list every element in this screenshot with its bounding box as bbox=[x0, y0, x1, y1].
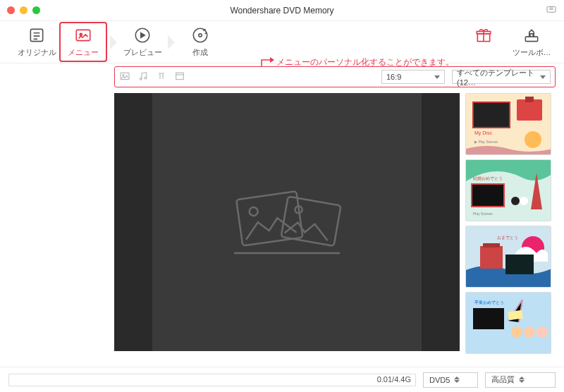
tab-preview[interactable]: プレビュー bbox=[123, 26, 162, 58]
gift-button[interactable] bbox=[464, 26, 503, 58]
menu-options-bar: 16:9 すべてのテンプレート(12… bbox=[114, 66, 556, 87]
aspect-ratio-value: 16:9 bbox=[386, 73, 401, 81]
window-title: Wondershare DVD Memory bbox=[230, 6, 333, 16]
svg-point-5 bbox=[193, 28, 207, 42]
chevron-icon bbox=[168, 35, 175, 49]
tab-menu-label: メニュー bbox=[68, 47, 99, 58]
tab-original-label: オリジナル bbox=[18, 47, 56, 58]
template-thumbnail[interactable]: My Disc▶ Play Scenes bbox=[465, 93, 551, 155]
svg-text:My Disc: My Disc bbox=[474, 130, 492, 136]
svg-point-11 bbox=[123, 75, 124, 76]
stepper-icon bbox=[454, 376, 461, 383]
svg-rect-17 bbox=[281, 197, 341, 246]
preview-wrap bbox=[8, 93, 460, 365]
svg-point-16 bbox=[249, 207, 259, 216]
template-filter-select[interactable]: すべてのテンプレート(12… bbox=[452, 70, 551, 84]
svg-rect-36 bbox=[505, 255, 534, 274]
music-icon[interactable] bbox=[137, 71, 149, 83]
template-list[interactable]: My Disc▶ Play Scenes 結婚おめでとうPlay Scenes … bbox=[465, 93, 556, 365]
svg-text:おまでとう: おまでとう bbox=[497, 235, 518, 240]
annotation-text: メニューのパーソナル化することができます。 bbox=[276, 56, 454, 68]
template-thumbnail[interactable]: 結婚おめでとうPlay Scenes bbox=[465, 159, 551, 221]
svg-text:▶ Play  Scenes: ▶ Play Scenes bbox=[474, 140, 498, 144]
svg-point-12 bbox=[140, 78, 142, 80]
maximize-window-button[interactable] bbox=[32, 6, 40, 14]
menu-preview-canvas[interactable] bbox=[152, 93, 422, 351]
svg-point-44 bbox=[524, 326, 535, 338]
svg-point-43 bbox=[511, 326, 522, 338]
chevron-icon bbox=[110, 35, 117, 49]
tab-preview-label: プレビュー bbox=[123, 47, 162, 58]
background-image-icon[interactable] bbox=[119, 71, 130, 83]
empty-images-icon bbox=[227, 180, 347, 264]
minimize-window-button[interactable] bbox=[20, 6, 27, 14]
svg-rect-38 bbox=[483, 243, 500, 247]
template-thumbnail[interactable]: 卒業おめでとう bbox=[465, 292, 551, 354]
svg-rect-9 bbox=[525, 37, 537, 41]
window-controls bbox=[7, 6, 40, 14]
svg-rect-2 bbox=[76, 30, 90, 40]
quality-value: 高品質 bbox=[491, 374, 515, 385]
svg-rect-21 bbox=[473, 102, 510, 128]
tab-original[interactable]: オリジナル bbox=[17, 26, 56, 58]
chevron-down-icon bbox=[540, 75, 546, 79]
svg-point-32 bbox=[520, 197, 528, 205]
svg-text:Play  Scenes: Play Scenes bbox=[473, 212, 493, 216]
aspect-ratio-select[interactable]: 16:9 bbox=[381, 70, 445, 84]
main-area: My Disc▶ Play Scenes 結婚おめでとうPlay Scenes … bbox=[0, 87, 564, 365]
template-thumbnail[interactable]: おまでとう bbox=[465, 226, 551, 288]
feedback-icon[interactable] bbox=[546, 4, 557, 17]
svg-rect-14 bbox=[176, 73, 184, 79]
svg-rect-23 bbox=[525, 97, 534, 102]
toolbox-label: ツールボ… bbox=[513, 47, 551, 58]
toolbox-button[interactable]: ツールボ… bbox=[512, 26, 551, 58]
quality-select[interactable]: 高品質 bbox=[485, 372, 556, 388]
svg-rect-41 bbox=[473, 308, 504, 329]
disc-usage-text: 0.01/4.4G bbox=[377, 375, 411, 384]
tab-menu[interactable]: メニュー bbox=[63, 26, 103, 58]
titlebar: Wondershare DVD Memory bbox=[0, 0, 564, 21]
svg-rect-22 bbox=[517, 99, 542, 121]
tab-create[interactable]: 作成 bbox=[180, 26, 220, 58]
stepper-icon bbox=[519, 376, 526, 383]
menu-preview bbox=[114, 93, 460, 351]
svg-point-6 bbox=[199, 34, 202, 37]
tab-create-label: 作成 bbox=[192, 47, 208, 58]
disc-type-select[interactable]: DVD5 bbox=[423, 372, 478, 388]
chevron-down-icon bbox=[434, 75, 440, 79]
svg-point-31 bbox=[511, 197, 520, 205]
svg-rect-37 bbox=[480, 246, 503, 269]
chapter-icon[interactable] bbox=[174, 71, 185, 83]
text-icon[interactable] bbox=[156, 71, 167, 83]
footer-bar: 0.01/4.4G DVD5 高品質 bbox=[0, 367, 564, 392]
svg-text:卒業おめでとう: 卒業おめでとう bbox=[474, 300, 504, 305]
disc-type-value: DVD5 bbox=[429, 376, 450, 384]
svg-point-13 bbox=[145, 77, 147, 79]
svg-rect-15 bbox=[236, 191, 302, 245]
svg-point-26 bbox=[525, 131, 541, 148]
svg-point-45 bbox=[537, 326, 548, 338]
svg-text:結婚おめでとう: 結婚おめでとう bbox=[472, 176, 503, 181]
svg-rect-28 bbox=[472, 184, 504, 207]
disc-usage-bar: 0.01/4.4G bbox=[8, 374, 416, 386]
annotation-callout: メニューのパーソナル化することができます。 bbox=[257, 56, 454, 68]
template-filter-value: すべてのテンプレート(12… bbox=[457, 68, 536, 87]
close-window-button[interactable] bbox=[7, 6, 15, 14]
